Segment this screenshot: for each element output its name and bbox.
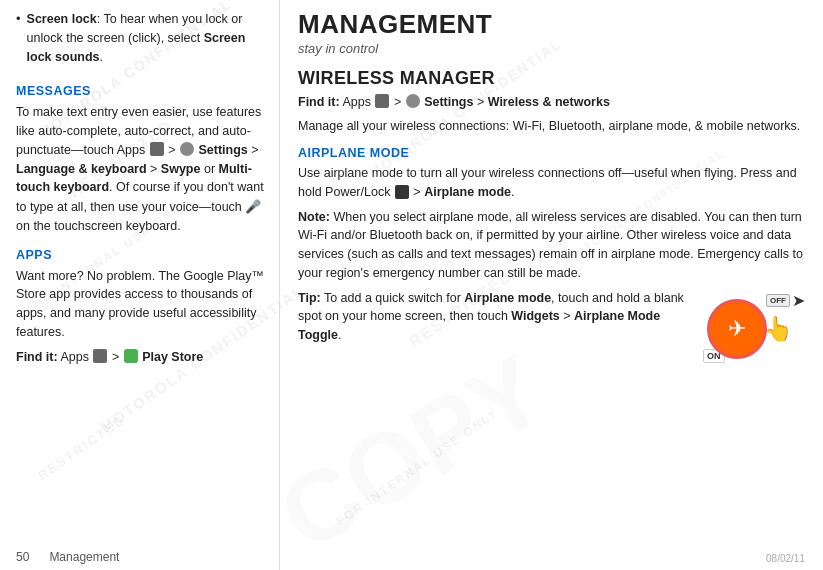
right-column: MANAGEMENT stay in control WIRELESS MANA… [280, 0, 823, 570]
hand-pointer: 👆 [763, 315, 793, 343]
off-text: OFF [766, 294, 790, 307]
messages-heading: MESSAGES [16, 84, 265, 98]
airplane-body: Use airplane mode to turn all your wirel… [298, 164, 805, 202]
wireless-body: Manage all your wireless connections: Wi… [298, 117, 805, 136]
main-title: MANAGEMENT [298, 10, 805, 39]
tip-text: Tip: To add a quick switch for Airplane … [298, 289, 685, 345]
apps-icon-2 [93, 349, 107, 363]
settings-icon-1 [180, 142, 194, 156]
airplane-heading: AIRPLANE MODE [298, 146, 805, 160]
timestamp: 08/02/11 [766, 553, 805, 564]
apps-find-it: Find it: Apps > Play Store [16, 348, 265, 367]
left-column: • Screen lock: To hear when you lock or … [0, 0, 280, 570]
note-text: Note: When you select airplane mode, all… [298, 208, 805, 283]
play-store-icon [124, 349, 138, 363]
off-label: OFF ➤ [766, 291, 805, 310]
page-container: • Screen lock: To hear when you lock or … [0, 0, 823, 570]
screen-lock-text: Screen lock: To hear when you lock or un… [27, 10, 265, 66]
wireless-title: WIRELESS MANAGER [298, 68, 805, 89]
screen-lock-bullet: • Screen lock: To hear when you lock or … [16, 10, 265, 72]
apps-body: Want more? No problem. The Google Play™ … [16, 267, 265, 342]
bullet-dot: • [16, 11, 21, 72]
airplane-symbol: ✈ [728, 316, 746, 342]
subtitle: stay in control [298, 41, 805, 56]
wireless-find-it: Find it: Apps > Settings > Wireless & ne… [298, 93, 805, 112]
apps-icon-3 [375, 94, 389, 108]
settings-icon-2 [406, 94, 420, 108]
right-arrow: ➤ [792, 291, 805, 310]
airplane-toggle-illustration: ON ✈ 👆 OFF ➤ [695, 289, 805, 369]
messages-body: To make text entry even easier, use feat… [16, 103, 265, 235]
apps-icon-1 [150, 142, 164, 156]
toggle-body: ✈ [707, 299, 767, 359]
power-lock-icon [395, 185, 409, 199]
tip-row: Tip: To add a quick switch for Airplane … [298, 289, 805, 369]
apps-heading: APPS [16, 248, 265, 262]
